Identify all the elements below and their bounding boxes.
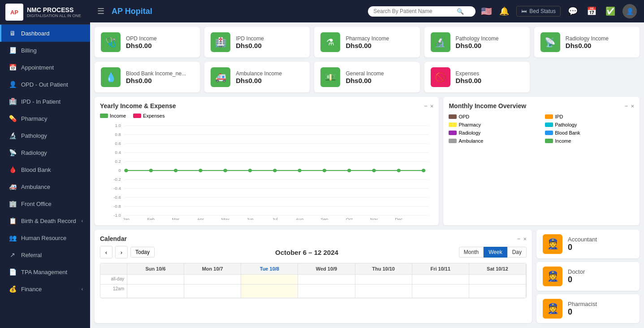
income-icon-general: 💵 [320,67,340,87]
sidebar-icon-ipd: 🏥 [9,98,17,105]
calendar-toolbar: ‹ › Today October 6 – 12 2024 Month Week… [100,246,527,258]
sidebar-item-dashboard[interactable]: 🖥 Dashboard [0,25,90,42]
income-amount-pathology: Dhs0.00 [456,42,499,49]
income-info-general: General Income Dhs0.00 [346,70,384,84]
yearly-panel-header: Yearly Income & Expense − × [100,102,433,109]
sidebar-icon-frontoffice: 🏢 [9,200,17,207]
sidebar-icon-pathology: 🔬 [9,132,17,139]
income-title-opd: OPD Income [126,35,157,42]
close-calendar-icon[interactable]: × [523,236,527,242]
whatsapp-icon[interactable]: 💬 [566,6,579,16]
income-icon-ambulance: 🚑 [211,67,230,87]
income-card-pathology: 🔬 Pathology Income Dhs0.00 [424,27,530,57]
svg-text:-0.8: -0.8 [113,204,121,209]
sidebar-icon-humanresource: 👥 [9,234,17,241]
svg-text:Feb: Feb [147,217,155,220]
yearly-chart-panel: Yearly Income & Expense − × Income Expen… [95,97,439,225]
sidebar-item-pharmacy[interactable]: 💊 Pharmacy [0,110,90,127]
search-input[interactable] [373,8,454,14]
income-info-pharmacy: Pharmacy Income Dhs0.00 [346,35,389,49]
calendar-day-button[interactable]: Day [507,247,527,258]
sidebar-item-ipd[interactable]: 🏥 IPD - In Patient [0,93,90,110]
calendar-week-button[interactable]: Week [484,247,507,258]
income-amount-radiology: Dhs0.00 [566,42,609,49]
calendar-next-button[interactable]: › [115,246,128,258]
income-title-pharmacy: Pharmacy Income [346,35,389,42]
sidebar-item-birthdeathrecord[interactable]: 📋 Birth & Death Record ‹ [0,212,90,229]
pathology-legend: Pathology [545,122,634,127]
ipd-legend: IPD [545,114,634,119]
calendar-panel-controls: − × [517,236,527,242]
bed-status-button[interactable]: 🛏 Bed Status [516,6,561,17]
charts-row: Yearly Income & Expense − × Income Expen… [95,97,640,225]
cal-cell-12am-sat [469,284,526,298]
check-icon[interactable]: ✅ [604,6,617,16]
cal-header-empty [100,263,127,275]
staff-panel: 👮 Accountant 0 👮 Doctor 0 👮 [536,230,640,323]
sidebar-item-finance[interactable]: 💰 Finance ‹ [0,280,90,297]
sidebar-item-tpa[interactable]: 📄 TPA Management [0,263,90,280]
sidebar-item-referral[interactable]: ↗ Referral [0,246,90,263]
bed-status-label: Bed Status [529,8,556,14]
calendar-today-button[interactable]: Today [130,247,155,258]
header: ☰ AP Hopital 🔍 🇺🇸 🔔 🛏 Bed Status 💬 📅 ✅ 👤 [90,0,644,22]
doctor-role: Doctor [568,268,585,275]
calendar-panel-header: Calendar − × [100,235,527,242]
sidebar-label-radiology: Radiology [21,149,83,156]
income-icon-pharmacy: ⚗ [320,32,340,52]
income-card-ipd: 🏥 IPD Income Dhs0.00 [204,27,310,57]
calendar-icon[interactable]: 📅 [585,6,598,16]
sidebar-item-radiology[interactable]: 📡 Radiology [0,144,90,161]
svg-text:Jun: Jun [246,217,253,220]
sidebar-icon-finance: 💰 [9,285,17,293]
sidebar-label-opd: OPD - Out Patient [21,81,83,88]
income-amount-general: Dhs0.00 [346,77,384,84]
svg-text:Aug: Aug [296,217,303,220]
sidebar-item-humanresource[interactable]: 👥 Human Resource [0,229,90,246]
sidebar-arrow-birthdeathrecord: ‹ [82,219,83,223]
minimize-yearly-icon[interactable]: − [424,103,428,109]
expenses-legend-dot [133,114,141,118]
calendar-prev-button[interactable]: ‹ [100,246,112,258]
income-amount-ipd: Dhs0.00 [236,42,264,49]
income-card-bloodbank: 💧 Blood Bank Income_ne... Dhs0.00 [95,62,200,92]
income-amount-opd: Dhs0.00 [126,42,157,49]
pharmacist-icon: 👮 [543,299,562,319]
sidebar-label-dashboard: Dashboard [21,30,83,37]
cal-allday-sat [469,275,526,284]
sidebar-item-pathology[interactable]: 🔬 Pathology [0,127,90,144]
cal-cell-12am-sun [127,284,184,298]
sidebar-arrow-finance: ‹ [82,287,83,292]
income-title-radiology: Radiology Income [566,35,609,42]
cal-header-tue: Tue 10/8 [241,263,298,275]
pharmacist-count: 0 [568,307,597,317]
flag-icon[interactable]: 🇺🇸 [481,6,492,17]
doctor-icon: 👮 [543,267,562,286]
sidebar-item-frontoffice[interactable]: 🏢 Front Office [0,195,90,212]
income-title-ambulance: Ambulance Income [236,70,282,77]
sidebar-item-appointment[interactable]: 📅 Appointment [0,59,90,76]
income-card-pharmacy: ⚗ Pharmacy Income Dhs0.00 [314,27,419,57]
minimize-calendar-icon[interactable]: − [517,236,521,242]
close-monthly-icon[interactable]: × [631,103,634,109]
close-yearly-icon[interactable]: × [430,103,434,109]
sidebar-item-opd[interactable]: 👤 OPD - Out Patient [0,76,90,93]
notification-icon[interactable]: 🔔 [497,6,511,16]
cal-allday-tue [241,275,298,284]
sidebar-item-ambulance[interactable]: 🚑 Ambulance [0,178,90,195]
logo-abbr: AP [10,9,18,16]
hamburger-icon[interactable]: ☰ [97,6,104,16]
income-legend-dot [100,114,108,118]
minimize-monthly-icon[interactable]: − [625,103,628,109]
cal-cell-12am-mon [184,284,241,298]
yearly-legend: Income Expenses [100,113,433,118]
avatar[interactable]: 👤 [622,4,637,18]
sidebar-icon-pharmacy: 💊 [9,115,17,122]
cal-header-fri: Fri 10/11 [412,263,469,275]
svg-point-25 [199,169,203,172]
sidebar-item-billing[interactable]: 🧾 Billing [0,42,90,59]
sidebar-item-bloodbank[interactable]: 🩸 Blood Bank [0,161,90,178]
sidebar: AP NMC PROCESS DIGITALISATION ALL IN ONE… [0,0,90,328]
calendar-month-button[interactable]: Month [459,247,484,258]
income-icon-opd: 🩺 [101,32,121,52]
